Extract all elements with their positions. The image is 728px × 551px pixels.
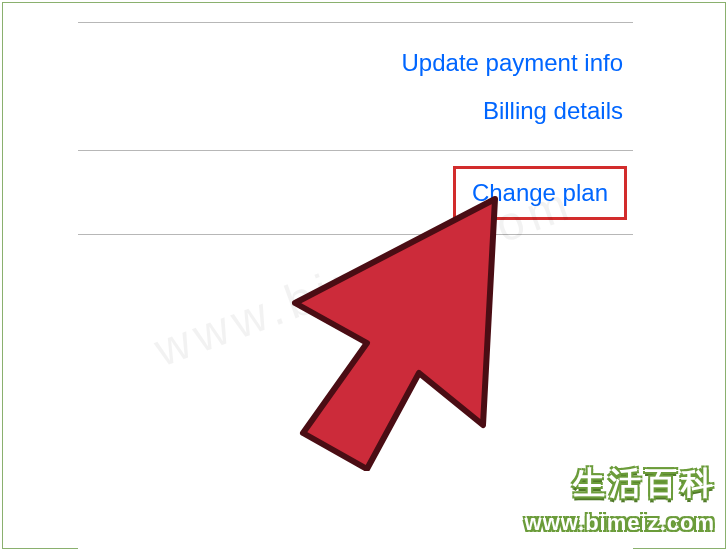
change-plan-link[interactable]: Change plan bbox=[472, 179, 608, 206]
change-plan-highlight: Change plan bbox=[453, 166, 627, 220]
update-payment-info-link[interactable]: Update payment info bbox=[402, 49, 623, 77]
settings-panel: Update payment info Billing details Chan… bbox=[78, 9, 633, 551]
plan-row: Change plan bbox=[78, 151, 633, 235]
payment-links-row: Update payment info Billing details bbox=[78, 23, 633, 151]
watermark-url: www.bimeiz.com bbox=[525, 510, 715, 536]
watermark-logo: 生活百科 bbox=[573, 462, 717, 506]
spacer-row bbox=[78, 9, 633, 23]
outer-frame: Update payment info Billing details Chan… bbox=[2, 2, 726, 549]
billing-details-link[interactable]: Billing details bbox=[483, 97, 623, 125]
